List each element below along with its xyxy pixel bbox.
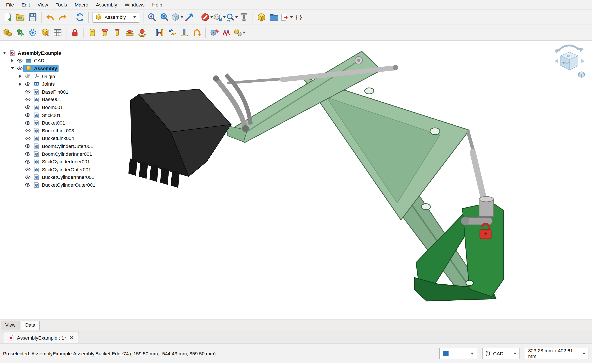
close-tab-button[interactable] [69,335,74,340]
angle-joint-button[interactable] [191,26,203,39]
fixed-joint-button[interactable] [86,26,99,39]
solve-assembly-button[interactable] [26,26,39,39]
dropdown-caret-icon[interactable] [133,16,136,18]
visibility-eye-icon[interactable] [23,113,32,117]
sync-view-button[interactable] [183,11,196,24]
tree-item-bucketlink003[interactable]: BucketLink003 [0,127,133,135]
fit-all-button[interactable] [146,11,158,24]
menu-edit[interactable]: Edit [18,0,34,9]
tree-item-assembly[interactable]: Assembly [0,65,133,72]
menu-help[interactable]: Help [148,0,166,9]
cylindrical-joint-button[interactable] [111,26,124,39]
tree-item-joints[interactable]: Joints [0,80,133,88]
visibility-eye-icon[interactable] [23,160,32,163]
expand-arrow[interactable] [10,59,16,62]
ball-joint-button[interactable] [136,26,148,39]
document-tab[interactable]: AssemblyExample : 1* [3,332,79,343]
tree-item-origin[interactable]: Origin [0,72,133,80]
redo-button[interactable] [56,11,69,24]
bill-of-materials-button[interactable] [51,26,64,39]
panel-tab-view[interactable]: View [1,320,20,330]
draw-style-button[interactable] [201,11,213,24]
undo-button[interactable] [44,11,56,24]
tree-item-stickcylinderouter001[interactable]: StickCylinderOuter001 [0,165,133,173]
visibility-eye-icon[interactable] [23,144,32,148]
measure-button[interactable] [238,11,250,24]
color-swatch-dropdown[interactable] [440,348,477,359]
visibility-eye-icon[interactable] [23,74,32,78]
view-cube-button[interactable] [171,11,183,24]
menu-windows[interactable]: Windows [121,0,148,9]
visibility-eye-icon[interactable] [23,82,32,86]
insert-component-button[interactable] [14,26,27,39]
visibility-eye-icon[interactable] [23,121,32,124]
visibility-eye-icon[interactable] [23,105,32,109]
visibility-eye-icon[interactable] [23,168,32,171]
navigation-cube[interactable]: TOP FRONT [552,44,587,80]
tree-item-boom001[interactable]: Boom001 [0,103,133,111]
viewport-size-dropdown[interactable]: 823,28 mm x 402,61 mm [525,348,589,359]
tree-item-bucketcylinderouter001[interactable]: BucketCylinderOuter001 [0,181,133,189]
expand-arrow[interactable] [10,67,16,69]
visibility-eye-icon[interactable] [23,152,32,156]
parallel-joint-button[interactable] [166,26,178,39]
expression-editor-button[interactable]: { } [293,11,305,24]
visibility-eye-icon[interactable] [16,67,24,70]
visibility-eye-icon[interactable] [23,183,32,187]
bucket-part[interactable] [128,89,231,188]
toggle-grounded-button[interactable] [69,26,81,39]
std-views-button[interactable] [213,11,225,24]
belt-joint-button[interactable] [220,26,233,39]
make-link-button[interactable] [280,11,293,24]
tree-item-boomcylinderinner001[interactable]: BoomCylinderInner001 [0,150,133,158]
visibility-eye-icon[interactable] [16,59,24,63]
tree-item-bucket001[interactable]: Bucket001 [0,119,133,127]
tree-item-label: BucketCylinderInner001 [40,174,94,180]
fit-selection-button[interactable] [158,11,171,24]
open-document-button[interactable] [14,11,27,24]
tree-item-basepin001[interactable]: BasePin001 [0,88,133,96]
tree-item-stick001[interactable]: Stick001 [0,111,133,119]
visibility-eye-icon[interactable] [23,129,32,132]
tree-item-bucketlink004[interactable]: BucketLink004 [0,135,133,142]
tree-item-base001[interactable]: Base001 [0,96,133,103]
perpendicular-joint-button[interactable] [178,26,191,39]
create-assembly-button[interactable] [1,26,14,39]
tree-item-cad[interactable]: CAD [0,57,133,65]
exploded-view-button[interactable] [39,26,52,39]
expand-arrow[interactable] [17,75,23,78]
tree-item-bucketcylinderinner001[interactable]: BucketCylinderInner001 [0,173,133,181]
dropdown-caret-icon[interactable] [243,32,246,33]
slider-joint-button[interactable] [124,26,136,39]
menu-tools[interactable]: Tools [52,0,71,9]
new-document-button[interactable] [1,11,14,24]
gear-joint-button[interactable] [208,26,220,39]
create-group-button[interactable] [268,11,280,24]
create-part-button[interactable] [255,11,268,24]
misc-joints-button[interactable] [233,26,246,39]
menu-view[interactable]: View [34,0,52,9]
distance-joint-button[interactable] [153,26,166,39]
dropdown-caret-icon[interactable] [180,16,183,18]
dropdown-caret-icon[interactable] [290,16,293,18]
visibility-eye-icon[interactable] [23,136,32,140]
tree-item-boomcylinderouter001[interactable]: BoomCylinderOuter001 [0,142,133,150]
expand-arrow[interactable] [1,52,7,54]
refresh-button[interactable] [73,11,86,24]
visibility-eye-icon[interactable] [23,90,32,94]
dropdown-caret-icon[interactable] [235,16,238,18]
visibility-eye-icon[interactable] [23,98,32,101]
workbench-selector[interactable]: Assembly [93,12,139,22]
save-document-button[interactable] [26,11,39,24]
menu-assembly[interactable]: Assembly [92,0,121,9]
zoom-tools-button[interactable] [225,11,238,24]
menu-macro[interactable]: Macro [71,0,92,9]
tree-item-assemblyexample[interactable]: AssemblyExample [0,49,133,57]
visibility-eye-icon[interactable] [23,176,32,179]
revolute-joint-button[interactable] [99,26,111,39]
expand-arrow[interactable] [17,82,23,85]
menu-file[interactable]: File [2,0,18,9]
navigation-style-dropdown[interactable]: CAD [482,348,520,359]
panel-tab-data[interactable]: Data [21,320,40,330]
tree-item-stickcylinderinner001[interactable]: StickCylinderInner001 [0,158,133,166]
